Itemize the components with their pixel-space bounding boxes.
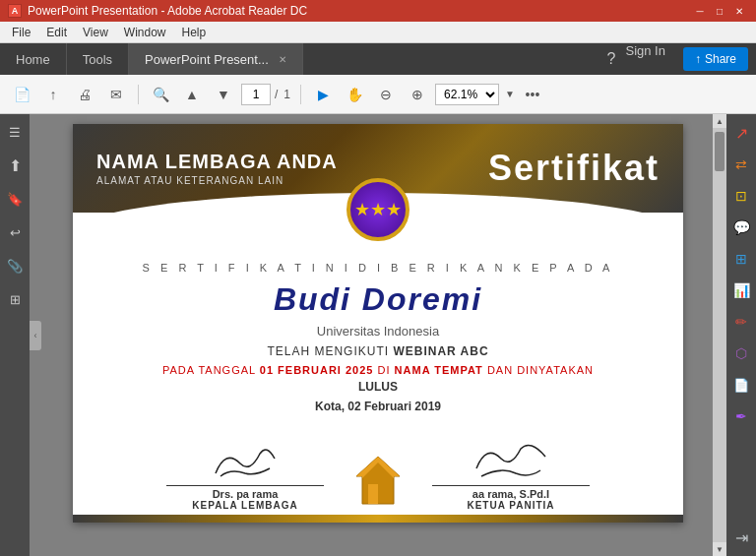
cert-body: S E R T I F I K A T I N I D I B E R I K … — [73, 213, 683, 439]
nav-bottom-icon[interactable]: ⇥ — [730, 526, 752, 548]
email-icon[interactable]: ✉ — [102, 81, 130, 108]
date-suffix: DAN DINYATAKAN — [487, 364, 594, 376]
sig-line-2 — [432, 485, 590, 486]
zoom-out2-icon[interactable]: ⊖ — [372, 81, 400, 108]
tabbar: Home Tools PowerPoint Present... ✕ ? Sig… — [0, 43, 756, 75]
toolbar-divider-1 — [138, 85, 139, 104]
combine-icon[interactable]: ⊞ — [730, 248, 752, 270]
cert-signatures: Drs. pa rama KEPALA LEMBAGA — [73, 439, 683, 511]
protect-icon[interactable]: ⬡ — [730, 342, 752, 364]
close-button[interactable]: ✕ — [730, 4, 748, 18]
sig2-name: aa rama, S.Pd.I — [432, 488, 590, 500]
titlebar-left: A PowerPoint Presentation - Adobe Acroba… — [8, 4, 307, 18]
zoom-dropdown-arrow[interactable]: ▼ — [505, 89, 515, 99]
cert-university: Universitas Indonesia — [112, 324, 644, 339]
comment-icon[interactable]: 💬 — [730, 216, 752, 238]
cert-date-line: PADA TANGGAL 01 FEBRUARI 2025 DI NAMA TE… — [112, 364, 644, 376]
cert-city-date: Kota, 02 Februari 2019 — [112, 400, 644, 413]
tab-document-label: PowerPoint Present... — [145, 52, 269, 67]
sig-svg-1 — [196, 439, 294, 483]
sig-image-1 — [166, 439, 324, 483]
scroll-down-arrow[interactable]: ▼ — [713, 542, 726, 556]
pdf-area: ‹ NAMA LEMBAGA ANDA ALAMAT ATAU KETERANG… — [30, 114, 726, 556]
sidebar-layers-icon[interactable]: ⊞ — [5, 289, 25, 309]
menu-file[interactable]: File — [4, 24, 38, 41]
sidebar-attach-icon[interactable]: 📎 — [5, 256, 25, 276]
page-separator: / — [275, 88, 278, 101]
minimize-button[interactable]: ─ — [691, 4, 709, 18]
tab-tools[interactable]: Tools — [67, 43, 129, 75]
sig-svg-2 — [462, 439, 560, 483]
fill-sign-icon[interactable]: 📄 — [730, 374, 752, 396]
telah-text: TELAH MENGIKUTI — [267, 344, 393, 358]
sidebar-pages-icon[interactable]: ☰ — [5, 122, 25, 142]
recipient-name: Budi Doremi — [112, 281, 644, 318]
webinar-name: WEBINAR ABC — [393, 344, 488, 358]
print-icon[interactable]: 🖨 — [71, 81, 98, 108]
signin-button[interactable]: Sign In — [625, 43, 664, 75]
scroll-up-arrow[interactable]: ▲ — [713, 114, 726, 128]
house-icon-center — [354, 453, 402, 511]
tab-close-button[interactable]: ✕ — [279, 54, 286, 65]
cert-event-line: TELAH MENGIKUTI WEBINAR ABC — [112, 344, 644, 358]
menu-window[interactable]: Window — [116, 24, 174, 41]
date-value: 01 FEBRUARI 2025 — [260, 364, 378, 376]
certificate-page: NAMA LEMBAGA ANDA ALAMAT ATAU KETERANGAN… — [73, 124, 683, 523]
sidebar-back-icon[interactable]: ↩ — [5, 222, 25, 242]
house-svg — [354, 453, 402, 507]
titlebar-controls[interactable]: ─ □ ✕ — [691, 4, 748, 18]
org-address: ALAMAT ATAU KETERANGAN LAIN — [96, 175, 338, 186]
edit-text-icon[interactable]: ✏ — [730, 311, 752, 333]
zoom-in-icon[interactable]: ⊕ — [404, 81, 431, 108]
sig1-name: Drs. pa rama — [166, 488, 324, 500]
cert-header-left: NAMA LEMBAGA ANDA ALAMAT ATAU KETERANGAN… — [96, 151, 338, 186]
toolbar: 📄 ↑ 🖨 ✉ 🔍 ▲ ▼ / 1 ▶ ✋ ⊖ ⊕ 62.1% ▼ ••• — [0, 75, 756, 114]
svg-rect-1 — [368, 484, 378, 504]
sidebar-upload-icon[interactable]: ⬆ — [5, 155, 25, 175]
place-name: NAMA TEMPAT — [395, 364, 483, 376]
share-icon: ↑ — [695, 52, 701, 66]
next-page-icon[interactable]: ▼ — [210, 81, 237, 108]
help-button[interactable]: ? — [607, 43, 616, 75]
new-doc-icon[interactable]: 📄 — [8, 81, 35, 108]
prev-page-icon[interactable]: ▲ — [178, 81, 206, 108]
left-sidebar: ☰ ⬆ 🔖 ↩ 📎 ⊞ — [0, 114, 30, 556]
sign-icon[interactable]: ✒ — [730, 405, 752, 427]
tab-spacer — [303, 43, 607, 75]
zoom-out-icon[interactable]: 🔍 — [147, 81, 174, 108]
scroll-thumb[interactable] — [715, 132, 724, 171]
tab-home[interactable]: Home — [0, 43, 67, 75]
tab-document[interactable]: PowerPoint Present... ✕ — [129, 43, 303, 75]
scroll-track[interactable]: ▲ ▼ — [713, 114, 726, 556]
hand-tool-icon[interactable]: ✋ — [341, 81, 368, 108]
sig-block-2: aa rama, S.Pd.I KETUA PANITIA — [432, 444, 590, 511]
sig2-title: KETUA PANITIA — [432, 500, 590, 511]
share-label: Share — [705, 52, 736, 66]
open-icon[interactable]: ↑ — [39, 81, 67, 108]
share-button[interactable]: ↑ Share — [683, 47, 748, 71]
page-number-input[interactable] — [241, 84, 271, 105]
stars: ★★★ — [354, 199, 402, 220]
cert-bottom-bar — [73, 515, 683, 523]
cursor-tool-icon[interactable]: ▶ — [309, 81, 337, 108]
cert-passed: LULUS — [112, 380, 644, 394]
menu-help[interactable]: Help — [174, 24, 215, 41]
convert-pdf-icon[interactable]: ⇄ — [730, 154, 752, 175]
menu-view[interactable]: View — [75, 24, 116, 41]
star-badge-container: ★★★ — [346, 178, 410, 241]
page-collapse-button[interactable]: ‹ — [30, 321, 41, 350]
menubar: File Edit View Window Help — [0, 22, 756, 43]
sig-block-1: Drs. pa rama KEPALA LEMBAGA — [166, 439, 324, 511]
sidebar-bookmark-icon[interactable]: 🔖 — [5, 189, 25, 209]
restore-button[interactable]: □ — [711, 4, 728, 18]
zoom-level-select[interactable]: 62.1% — [435, 84, 499, 105]
enhance-icon[interactable]: 📊 — [730, 279, 752, 301]
more-options-icon[interactable]: ••• — [519, 81, 546, 108]
menu-edit[interactable]: Edit — [38, 24, 75, 41]
export-pdf-icon[interactable]: ↗ — [730, 122, 752, 144]
sig-line-1 — [166, 485, 324, 486]
date-prefix: PADA TANGGAL — [162, 364, 260, 376]
organize-pages-icon[interactable]: ⊡ — [730, 185, 752, 207]
sig1-title: KEPALA LEMBAGA — [166, 500, 324, 511]
sig-image-2 — [432, 444, 590, 483]
